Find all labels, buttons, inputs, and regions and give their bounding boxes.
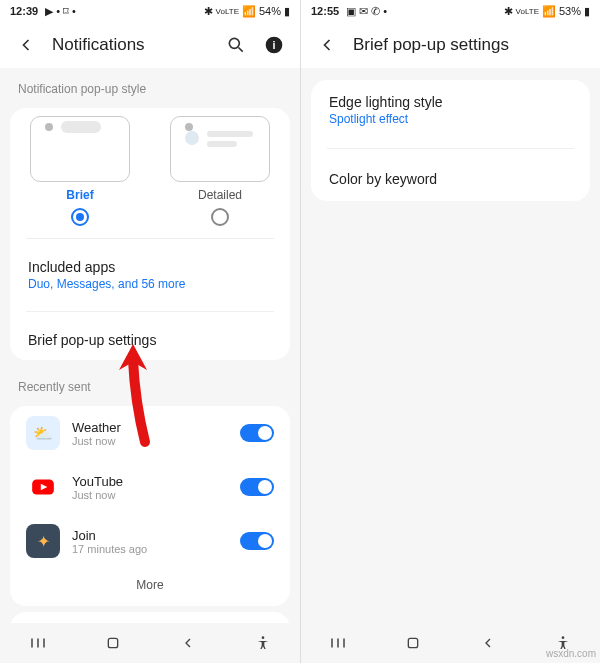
brief-popup-settings-label: Brief pop-up settings — [28, 332, 272, 348]
toggle-youtube[interactable] — [240, 478, 274, 496]
nav-back[interactable] — [177, 632, 199, 654]
clock: 12:55 — [311, 5, 339, 17]
weather-icon: ⛅ — [26, 416, 60, 450]
brief-preview — [30, 116, 130, 182]
nav-accessibility[interactable] — [252, 632, 274, 654]
included-apps-row[interactable]: Included apps Duo, Messages, and 56 more — [10, 247, 290, 303]
phone-left: 12:39 ▶ • ⌑ • ✱ VoLTE 📶 54% ▮ Notificati… — [0, 0, 300, 663]
svg-point-0 — [229, 38, 239, 48]
nav-home[interactable] — [102, 632, 124, 654]
settings-card: Edge lighting style Spotlight effect Col… — [311, 80, 590, 201]
app-time: 17 minutes ago — [72, 543, 228, 555]
notification-dot-icon: ⌑ — [63, 5, 69, 18]
divider — [26, 238, 274, 239]
search-button[interactable] — [224, 33, 248, 57]
nav-recent[interactable] — [327, 632, 349, 654]
divider — [26, 311, 274, 312]
style-option-detailed[interactable]: Detailed — [150, 116, 290, 226]
nav-recent[interactable] — [27, 632, 49, 654]
app-time: Just now — [72, 435, 228, 447]
navbar — [0, 623, 300, 663]
included-apps-sub: Duo, Messages, and 56 more — [28, 277, 272, 291]
statusbar: 12:39 ▶ • ⌑ • ✱ VoLTE 📶 54% ▮ — [0, 0, 300, 22]
edge-lighting-sub: Spotlight effect — [329, 112, 572, 126]
color-keyword-label: Color by keyword — [329, 171, 572, 187]
brief-popup-settings-row[interactable]: Brief pop-up settings — [10, 320, 290, 360]
bluetooth-icon: ✱ — [504, 5, 513, 18]
edge-lighting-row[interactable]: Edge lighting style Spotlight effect — [311, 80, 590, 140]
app-name: YouTube — [72, 474, 228, 489]
detailed-preview — [170, 116, 270, 182]
notification-icon: ✉ — [359, 5, 368, 18]
back-button[interactable] — [14, 33, 38, 57]
join-icon: ✦ — [26, 524, 60, 558]
page-title: Notifications — [52, 35, 210, 55]
svg-text:i: i — [272, 39, 275, 51]
nav-back[interactable] — [477, 632, 499, 654]
content: Notification pop-up style Brief Detailed — [0, 68, 300, 623]
style-label-detailed: Detailed — [198, 188, 242, 202]
battery-text: 54% — [259, 5, 281, 17]
header: Notifications i — [0, 22, 300, 68]
section-header-recent: Recently sent — [0, 366, 300, 400]
signal-icon: 📶 — [542, 5, 556, 18]
section-header-popup-style: Notification pop-up style — [0, 68, 300, 102]
divider — [327, 148, 574, 149]
page-title: Brief pop-up settings — [353, 35, 586, 55]
svg-rect-4 — [108, 638, 117, 647]
style-label-brief: Brief — [66, 188, 93, 202]
notification-dot-icon: • — [56, 5, 60, 17]
popup-style-card: Brief Detailed Included apps Duo, Messag… — [10, 108, 290, 360]
recent-item-join[interactable]: ✦ Join 17 minutes ago — [10, 514, 290, 568]
app-name: Weather — [72, 420, 228, 435]
content: Edge lighting style Spotlight effect Col… — [301, 68, 600, 623]
more-icon: • — [383, 5, 387, 17]
whatsapp-icon: ✆ — [371, 5, 380, 18]
clock: 12:39 — [10, 5, 38, 17]
more-icon: • — [72, 5, 76, 17]
included-apps-label: Included apps — [28, 259, 272, 275]
dnd-card[interactable]: Do not disturb — [10, 612, 290, 623]
back-button[interactable] — [315, 33, 339, 57]
battery-icon: ▮ — [584, 5, 590, 18]
battery-text: 53% — [559, 5, 581, 17]
phone-right: 12:55 ▣ ✉ ✆ • ✱ VoLTE 📶 53% ▮ Brief pop-… — [300, 0, 600, 663]
recent-item-youtube[interactable]: YouTube Just now — [10, 460, 290, 514]
svg-point-5 — [261, 636, 264, 639]
volte-icon: VoLTE — [216, 7, 239, 16]
svg-point-7 — [561, 636, 564, 639]
youtube-icon — [26, 470, 60, 504]
radio-detailed[interactable] — [211, 208, 229, 226]
app-time: Just now — [72, 489, 228, 501]
toggle-weather[interactable] — [240, 424, 274, 442]
recent-item-weather[interactable]: ⛅ Weather Just now — [10, 406, 290, 460]
watermark: wsxdn.com — [546, 648, 596, 659]
youtube-icon: ▶ — [45, 5, 53, 18]
signal-icon: 📶 — [242, 5, 256, 18]
header: Brief pop-up settings — [301, 22, 600, 68]
statusbar: 12:55 ▣ ✉ ✆ • ✱ VoLTE 📶 53% ▮ — [301, 0, 600, 22]
recent-card: ⛅ Weather Just now YouTube Just now ✦ — [10, 406, 290, 606]
svg-rect-6 — [408, 638, 417, 647]
info-button[interactable]: i — [262, 33, 286, 57]
bluetooth-icon: ✱ — [204, 5, 213, 18]
screenshot-icon: ▣ — [346, 5, 356, 18]
style-option-brief[interactable]: Brief — [10, 116, 150, 226]
edge-lighting-label: Edge lighting style — [329, 94, 572, 110]
volte-icon: VoLTE — [516, 7, 539, 16]
more-link[interactable]: More — [10, 568, 290, 606]
color-keyword-row[interactable]: Color by keyword — [311, 157, 590, 201]
battery-icon: ▮ — [284, 5, 290, 18]
app-name: Join — [72, 528, 228, 543]
toggle-join[interactable] — [240, 532, 274, 550]
nav-home[interactable] — [402, 632, 424, 654]
radio-brief[interactable] — [71, 208, 89, 226]
